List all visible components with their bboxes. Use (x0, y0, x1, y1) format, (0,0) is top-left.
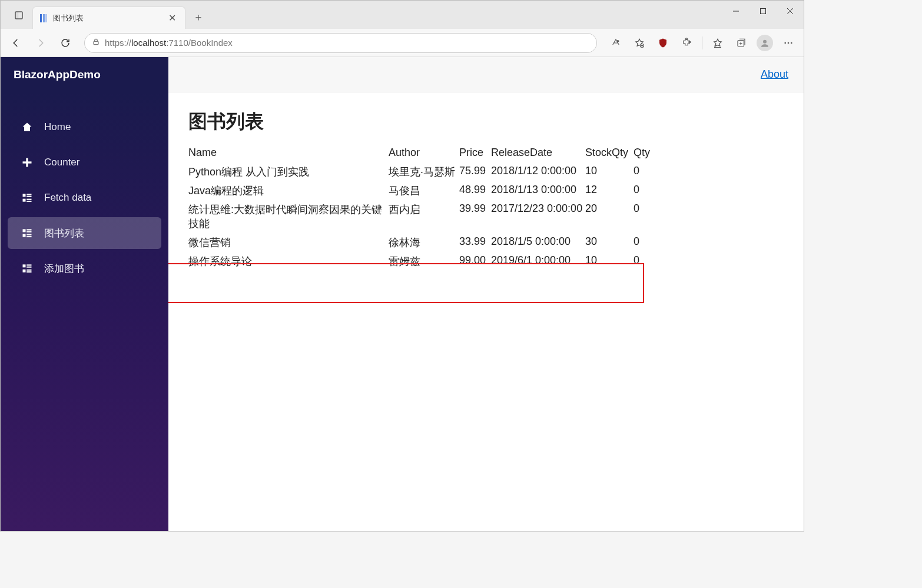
cell-release: 2017/12/23 0:00:00 (491, 200, 585, 233)
svg-rect-36 (23, 234, 26, 237)
nav-book-list[interactable]: 图书列表 (8, 217, 161, 249)
list-icon (21, 191, 34, 204)
browser-window: 图书列表 ✕ ＋ https://localhost:7110/BookInd (0, 0, 804, 531)
cell-author: 雷姆兹 (389, 252, 459, 271)
collections-button[interactable] (731, 32, 752, 54)
svg-rect-32 (26, 201, 31, 202)
nav-fetch-data[interactable]: Fetch data (8, 182, 161, 214)
cell-release: 2019/6/1 0:00:00 (491, 252, 585, 271)
more-button[interactable] (778, 32, 799, 54)
svg-rect-43 (26, 270, 31, 271)
table-row: 微信营销 徐林海 33.99 2018/1/5 0:00:00 30 0 (188, 233, 657, 252)
address-bar[interactable]: https://localhost:7110/BookIndex (84, 33, 597, 53)
cell-qty: 0 (634, 200, 657, 233)
svg-point-24 (791, 42, 792, 44)
col-qty: Qty (634, 143, 657, 162)
svg-rect-30 (23, 199, 26, 202)
cell-price: 33.99 (459, 233, 491, 252)
cell-price: 48.99 (459, 181, 491, 200)
minimize-button[interactable] (722, 1, 749, 22)
cell-stock: 12 (585, 181, 634, 200)
nav-counter[interactable]: Counter (8, 147, 161, 178)
col-release: ReleaseDate (491, 143, 585, 162)
table-row: Python编程 从入门到实践 埃里克·马瑟斯 75.99 2018/1/12 … (188, 162, 657, 181)
adblock-icon[interactable] (652, 32, 674, 54)
svg-rect-44 (26, 271, 31, 273)
svg-text:»: » (617, 38, 619, 42)
svg-point-22 (784, 42, 786, 44)
svg-rect-33 (23, 229, 26, 232)
lock-icon (92, 38, 100, 48)
app-viewport: BlazorAppDemo About Home Counter Fetch d… (1, 57, 804, 531)
back-button[interactable] (5, 32, 26, 54)
svg-rect-41 (26, 267, 31, 268)
svg-rect-35 (26, 231, 31, 232)
favorites-bar-button[interactable] (707, 32, 728, 54)
cell-name: 微信营销 (188, 233, 389, 252)
close-window-button[interactable] (777, 1, 804, 22)
tab-close-button[interactable]: ✕ (165, 11, 179, 25)
cell-stock: 10 (585, 252, 634, 271)
app-header: BlazorAppDemo About (1, 57, 804, 92)
col-price: Price (459, 143, 491, 162)
svg-rect-31 (26, 199, 31, 200)
svg-rect-40 (26, 264, 31, 265)
refresh-button[interactable] (55, 32, 76, 54)
svg-point-23 (788, 42, 790, 44)
title-bar: 图书列表 ✕ ＋ (1, 1, 804, 29)
plus-icon (21, 156, 34, 169)
home-icon (21, 121, 34, 134)
cell-name: 统计思维:大数据时代瞬间洞察因果的关键技能 (188, 200, 389, 233)
svg-rect-38 (26, 236, 31, 237)
cell-author: 埃里克·马瑟斯 (389, 162, 459, 181)
page-heading: 图书列表 (188, 109, 784, 135)
profile-button[interactable] (754, 32, 775, 54)
svg-rect-3 (43, 14, 45, 22)
col-name: Name (188, 143, 389, 162)
list-icon (21, 227, 34, 240)
about-link[interactable]: About (761, 68, 788, 81)
list-icon (21, 262, 34, 275)
favorites-button[interactable] (629, 32, 650, 54)
nav-add-book[interactable]: 添加图书 (8, 253, 161, 284)
tab-favicon-icon (39, 14, 48, 23)
maximize-button[interactable] (749, 1, 777, 22)
read-aloud-button[interactable]: » (605, 32, 626, 54)
nav-home[interactable]: Home (8, 111, 161, 143)
window-controls (722, 1, 804, 24)
svg-rect-6 (761, 9, 766, 14)
tab-actions-button[interactable] (8, 4, 30, 26)
nav-label: 图书列表 (44, 227, 84, 240)
cell-author: 马俊昌 (389, 181, 459, 200)
new-tab-button[interactable]: ＋ (189, 8, 208, 26)
table-body: Python编程 从入门到实践 埃里克·马瑟斯 75.99 2018/1/12 … (188, 162, 657, 271)
toolbar-right: » (605, 32, 799, 54)
table-row: 统计思维:大数据时代瞬间洞察因果的关键技能 西内启 39.99 2017/12/… (188, 200, 657, 233)
table-header-row: Name Author Price ReleaseDate StockQty Q… (188, 143, 657, 162)
svg-rect-28 (26, 194, 31, 195)
col-stock: StockQty (585, 143, 634, 162)
tab-strip: 图书列表 ✕ ＋ (1, 1, 208, 29)
nav-label: Home (44, 121, 71, 133)
svg-point-21 (763, 39, 767, 43)
toolbar-divider (702, 36, 702, 49)
cell-stock: 20 (585, 200, 634, 233)
cell-name: 操作系统导论 (188, 252, 389, 271)
cell-release: 2018/1/12 0:00:00 (491, 162, 585, 181)
cell-price: 39.99 (459, 200, 491, 233)
forward-button[interactable] (30, 32, 51, 54)
extensions-button[interactable] (676, 32, 697, 54)
svg-rect-4 (45, 14, 47, 22)
browser-tab[interactable]: 图书列表 ✕ (32, 6, 185, 29)
cell-qty: 0 (634, 162, 657, 181)
col-author: Author (389, 143, 459, 162)
url-prefix: https:// (105, 38, 131, 48)
cell-stock: 30 (585, 233, 634, 252)
cell-qty: 0 (634, 181, 657, 200)
nav-label: Fetch data (44, 192, 91, 204)
main-content: 图书列表 Name Author Price ReleaseDate Stock… (168, 92, 804, 531)
svg-rect-42 (23, 270, 26, 273)
url-text: https://localhost:7110/BookIndex (105, 38, 589, 48)
svg-rect-29 (26, 196, 31, 197)
cell-author: 西内启 (389, 200, 459, 233)
